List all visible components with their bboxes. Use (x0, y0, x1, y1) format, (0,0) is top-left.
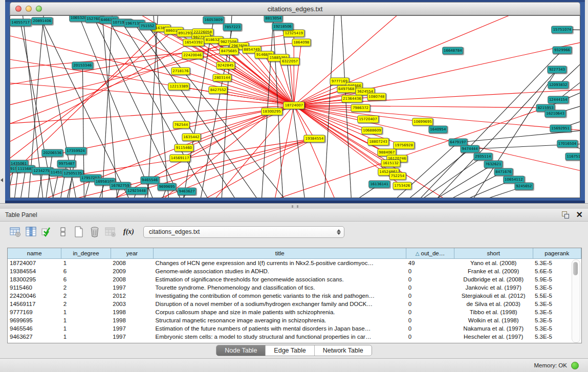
network-node[interactable]: 7857223 (223, 23, 242, 31)
memory-ok-indicator[interactable] (571, 362, 579, 369)
network-node[interactable]: 21364436 (341, 95, 363, 102)
network-node[interactable]: 1753426 (393, 182, 411, 190)
network-node[interactable]: 8475685 (220, 47, 238, 55)
close-panel-icon[interactable]: ✕ (576, 211, 583, 218)
column-header-out_de[interactable]: △out_de… (406, 248, 454, 259)
network-node[interactable]: 15692951 (550, 124, 571, 132)
merge-rows-icon[interactable] (57, 226, 69, 238)
network-node[interactable]: 14055717 (10, 18, 31, 26)
network-node[interactable]: 9242845 (216, 61, 235, 69)
network-node[interactable]: 751552 (139, 22, 156, 30)
network-node[interactable]: 16136141 (368, 181, 390, 188)
table-row[interactable]: 946362711997Embryonic stem cells: a mode… (8, 333, 581, 341)
network-node[interactable]: 10688609 (361, 127, 383, 135)
network-node[interactable]: 1080748 (367, 93, 386, 100)
table-row[interactable]: 1938455462009Genome-wide association stu… (8, 267, 581, 275)
function-builder-icon[interactable]: f(x) (123, 228, 134, 236)
network-node[interactable]: 2718176 (171, 67, 190, 75)
panel-collapse-arrow-icon[interactable] (1, 178, 3, 182)
network-node[interactable]: 9115460 (175, 144, 193, 152)
network-node[interactable]: 18807243 (367, 138, 389, 145)
table-row[interactable]: 969969511998Structural magnetic resonanc… (8, 316, 581, 324)
network-node[interactable]: 9329966 (553, 47, 572, 54)
tab-node-table[interactable]: Node Table (216, 345, 266, 356)
network-node[interactable]: 2803144 (212, 74, 231, 82)
network-node[interactable]: 17016504 (557, 140, 578, 147)
network-node[interactable]: 14569117 (169, 154, 191, 162)
window-titlebar[interactable]: citations_edges.txt (10, 2, 580, 15)
table-selector-dropdown[interactable]: citations_edges.txt (143, 226, 344, 238)
network-node[interactable]: 20206536 (42, 149, 63, 157)
network-node[interactable]: 15751074 (552, 26, 573, 33)
network-node[interactable]: 6322057 (280, 57, 299, 65)
network-node[interactable]: 12213389 (168, 83, 190, 91)
network-node[interactable]: 8471676 (494, 168, 513, 176)
new-table-icon[interactable] (73, 226, 85, 238)
network-node[interactable]: 6497568 (337, 85, 356, 93)
table-row[interactable]: 2242004622012Investigating the contribut… (8, 292, 581, 300)
select-all-icon[interactable] (41, 226, 53, 238)
table-row[interactable]: 1456911722003Disruption of a novel membe… (8, 300, 581, 308)
network-node[interactable]: 12093832 (548, 81, 569, 89)
network-node[interactable]: 9699695 (157, 183, 176, 190)
network-node[interactable]: 9465546 (140, 177, 159, 184)
network-node[interactable]: 1864098 (292, 39, 311, 47)
table-row[interactable]: 946554611997Estimation of the future num… (8, 324, 581, 333)
network-node[interactable]: 20891406 (31, 17, 53, 25)
network-node[interactable]: 10654112 (503, 176, 525, 183)
column-header-year[interactable]: year (111, 248, 153, 259)
network-node[interactable]: 12923448 (126, 187, 147, 195)
column-header-in_degree[interactable]: in_degree (61, 248, 111, 259)
float-panel-icon[interactable] (562, 211, 569, 218)
network-node[interactable]: 16543392 (183, 39, 205, 47)
network-node[interactable]: 10699695 (412, 118, 433, 125)
table-settings-icon[interactable] (9, 226, 21, 238)
network-canvas[interactable]: 1872400718300295193845549777169746266649… (10, 15, 580, 198)
column-header-pagerank[interactable]: pagerank (533, 248, 581, 259)
network-node[interactable]: 1615132 (381, 159, 400, 167)
table-row[interactable]: 1830029562008Estimation of significance … (8, 275, 581, 283)
network-node[interactable]: 9463627 (177, 187, 196, 195)
network-node[interactable]: 22420046 (182, 52, 203, 59)
network-node[interactable]: 18300295 (261, 108, 282, 116)
panel-divider[interactable] (0, 203, 588, 209)
network-node[interactable]: 762544 (173, 121, 190, 129)
network-node[interactable]: 7632621 (484, 161, 503, 168)
network-node[interactable]: 16648784 (442, 47, 464, 55)
column-header-short[interactable]: short (454, 248, 533, 259)
table-row[interactable]: 1872400712008Changes of HCN gene express… (8, 259, 581, 268)
network-node[interactable]: 752254 (389, 172, 406, 180)
vertical-scrollbar[interactable] (572, 259, 580, 343)
network-node[interactable]: 16210643 (545, 110, 566, 118)
tab-network-table[interactable]: Network Table (315, 345, 372, 356)
delete-table-icon[interactable] (89, 226, 101, 238)
network-node[interactable]: 17359924 (65, 147, 86, 155)
network-node[interactable]: 9245652 (514, 183, 533, 190)
network-node[interactable]: 18724007 (283, 101, 304, 109)
network-node[interactable]: 19384554 (304, 135, 325, 142)
network-node[interactable]: 9474444 (461, 145, 480, 153)
network-node[interactable]: 9227343 (548, 66, 567, 74)
tab-edge-table[interactable]: Edge Table (266, 345, 314, 356)
network-node[interactable]: 1167513 (565, 153, 580, 161)
select-columns-icon[interactable] (25, 226, 37, 238)
column-header-name[interactable]: name (8, 248, 61, 259)
network-node[interactable]: 19756928 (393, 142, 415, 149)
network-node[interactable]: 15720407 (357, 115, 379, 123)
network-node[interactable]: 1640954 (428, 125, 447, 133)
network-node[interactable]: 12325419 (283, 30, 304, 37)
network-node[interactable]: 8427552 (209, 86, 228, 94)
network-node[interactable]: 2935114 (473, 153, 492, 161)
divider-handle[interactable] (292, 205, 298, 208)
network-node[interactable]: 16053809 (203, 16, 225, 24)
network-node[interactable]: 20153346 (72, 61, 94, 69)
network-node[interactable]: 9975487 (57, 160, 76, 167)
network-node[interactable]: 8813054 (264, 15, 283, 22)
table-row[interactable]: 977716911998Corpus callosum shape and si… (8, 308, 581, 316)
network-node[interactable]: 7986372 (351, 104, 370, 112)
network-node[interactable]: 12444154 (548, 96, 569, 103)
scrollbar-thumb[interactable] (573, 262, 578, 275)
network-node[interactable]: 1635442 (182, 133, 201, 141)
network-node[interactable]: 19218506 (272, 23, 293, 30)
column-header-title[interactable]: title (154, 248, 406, 259)
